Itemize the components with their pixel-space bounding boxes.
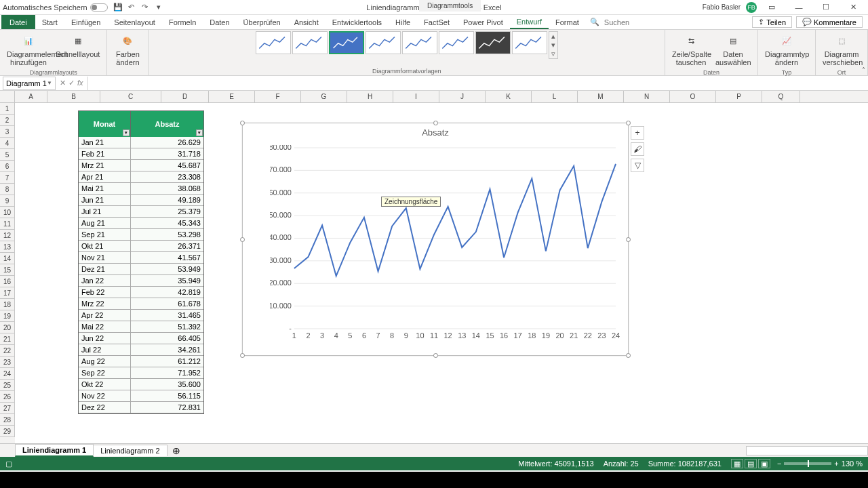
cell-value[interactable]: 61.212: [131, 356, 203, 367]
cell-value[interactable]: 45.687: [131, 160, 203, 171]
col-header[interactable]: M: [578, 91, 624, 102]
row-header[interactable]: 2: [0, 115, 15, 126]
table-row[interactable]: Mrz 2145.687: [79, 160, 203, 171]
cell-month[interactable]: Mai 22: [79, 321, 131, 333]
tab-entwicklertools[interactable]: Entwicklertools: [326, 15, 389, 29]
cell-value[interactable]: 49.189: [131, 195, 203, 206]
page-layout-view-icon[interactable]: ▤: [745, 459, 757, 468]
cell-month[interactable]: Apr 21: [79, 171, 131, 183]
tab-überprüfen[interactable]: Überprüfen: [237, 15, 288, 29]
chart-style-thumb[interactable]: [366, 31, 401, 54]
cell-month[interactable]: Jan 22: [79, 275, 131, 287]
qat-dropdown-icon[interactable]: ▾: [154, 3, 163, 12]
tab-einfügen[interactable]: Einfügen: [64, 15, 107, 29]
zoom-level[interactable]: 130 %: [842, 460, 863, 468]
quick-layout-button[interactable]: ▦ Schnelllayout: [53, 31, 102, 68]
row-header[interactable]: 27: [0, 403, 15, 414]
chart-style-thumb[interactable]: [329, 31, 364, 54]
row-header[interactable]: 28: [0, 414, 15, 426]
cancel-formula-icon[interactable]: ✕: [60, 79, 66, 87]
change-chart-type-button[interactable]: 📈 Diagrammtyp ändern: [762, 31, 811, 68]
cell-value[interactable]: 26.371: [131, 241, 203, 252]
search-icon[interactable]: 🔍: [590, 18, 599, 26]
cell-value[interactable]: 38.068: [131, 183, 203, 195]
chart-elements-button[interactable]: +: [631, 126, 644, 140]
cell-value[interactable]: 41.567: [131, 252, 203, 264]
col-header[interactable]: H: [347, 91, 393, 102]
table-row[interactable]: Okt 2126.371: [79, 241, 203, 252]
redo-icon[interactable]: ↷: [140, 3, 150, 12]
table-row[interactable]: Nov 2256.115: [79, 390, 203, 402]
fx-icon[interactable]: fx: [77, 79, 83, 87]
table-row[interactable]: Jan 2235.949: [79, 275, 203, 287]
row-header[interactable]: 5: [0, 149, 15, 161]
tab-power pivot[interactable]: Power Pivot: [456, 15, 510, 29]
row-header[interactable]: 10: [0, 207, 15, 218]
maximize-icon[interactable]: ☐: [814, 1, 838, 14]
minimize-icon[interactable]: —: [787, 1, 811, 14]
resize-handle[interactable]: [240, 353, 245, 358]
cell-month[interactable]: Nov 21: [79, 252, 131, 264]
table-row[interactable]: Jun 2149.189: [79, 195, 203, 206]
col-header[interactable]: N: [624, 91, 670, 102]
cell-month[interactable]: Sep 22: [79, 367, 131, 379]
page-break-view-icon[interactable]: ▣: [758, 459, 770, 468]
cell-month[interactable]: Okt 21: [79, 241, 131, 252]
chart-style-thumb[interactable]: [512, 31, 547, 54]
formula-input[interactable]: [87, 77, 868, 90]
row-header[interactable]: 20: [0, 322, 15, 333]
change-colors-button[interactable]: 🎨 Farben ändern: [111, 31, 144, 68]
table-row[interactable]: Nov 2141.567: [79, 252, 203, 264]
name-box[interactable]: Diagramm 1 ▼: [3, 77, 56, 90]
cell-value[interactable]: 31.465: [131, 310, 203, 321]
row-header[interactable]: 21: [0, 333, 15, 345]
table-row[interactable]: Jan 2126.629: [79, 137, 203, 148]
cell-month[interactable]: Aug 22: [79, 356, 131, 367]
table-row[interactable]: Feb 2131.718: [79, 148, 203, 160]
row-header[interactable]: 7: [0, 172, 15, 184]
chart-plot-area[interactable]: -10.00020.00030.00040.00050.00060.00070.…: [270, 145, 620, 341]
search-input[interactable]: [601, 17, 656, 28]
cell-month[interactable]: Dez 22: [79, 402, 131, 413]
cell-value[interactable]: 53.298: [131, 229, 203, 241]
add-chart-element-button[interactable]: 📊 Diagrammelement hinzufügen: [4, 31, 53, 68]
col-header[interactable]: Q: [762, 91, 800, 102]
cell-value[interactable]: 66.405: [131, 333, 203, 344]
tab-daten[interactable]: Daten: [203, 15, 236, 29]
add-sheet-button[interactable]: ⊕: [167, 445, 186, 456]
filter-dropdown-icon[interactable]: ▾: [196, 129, 203, 136]
share-button[interactable]: ⇪Teilen: [752, 16, 792, 28]
zoom-out-icon[interactable]: −: [777, 460, 781, 468]
chart-style-thumb[interactable]: [439, 31, 474, 54]
col-header[interactable]: I: [393, 91, 439, 102]
col-header[interactable]: K: [486, 91, 532, 102]
row-header[interactable]: 13: [0, 241, 15, 253]
row-header[interactable]: 25: [0, 380, 15, 391]
tab-ansicht[interactable]: Ansicht: [288, 15, 326, 29]
col-header[interactable]: J: [439, 91, 486, 102]
row-header[interactable]: 8: [0, 184, 15, 195]
collapse-ribbon-icon[interactable]: ˄: [862, 66, 865, 74]
normal-view-icon[interactable]: ▦: [731, 459, 743, 468]
save-icon[interactable]: 💾: [113, 3, 123, 12]
col-header[interactable]: D: [161, 91, 209, 102]
cell-value[interactable]: 53.949: [131, 264, 203, 275]
col-header[interactable]: P: [716, 91, 762, 102]
cell-month[interactable]: Aug 21: [79, 218, 131, 229]
user-avatar[interactable]: FB: [746, 2, 757, 13]
tab-file[interactable]: Datei: [1, 15, 35, 29]
table-row[interactable]: Apr 2231.465: [79, 310, 203, 321]
chart-style-thumb[interactable]: [402, 31, 437, 54]
switch-row-col-button[interactable]: ⇆ Zeile/Spalte tauschen: [669, 31, 713, 68]
cell-value[interactable]: 51.392: [131, 321, 203, 333]
table-row[interactable]: Dez 2272.831: [79, 402, 203, 413]
cell-month[interactable]: Dez 21: [79, 264, 131, 275]
row-header[interactable]: 26: [0, 391, 15, 403]
ribbon-display-icon[interactable]: ▭: [760, 1, 784, 14]
resize-handle[interactable]: [626, 353, 631, 358]
resize-handle[interactable]: [626, 121, 631, 125]
table-row[interactable]: Jun 2266.405: [79, 333, 203, 344]
table-row[interactable]: Aug 2145.343: [79, 218, 203, 229]
row-header[interactable]: 11: [0, 218, 15, 230]
zoom-controls[interactable]: − + 130 %: [777, 460, 863, 468]
